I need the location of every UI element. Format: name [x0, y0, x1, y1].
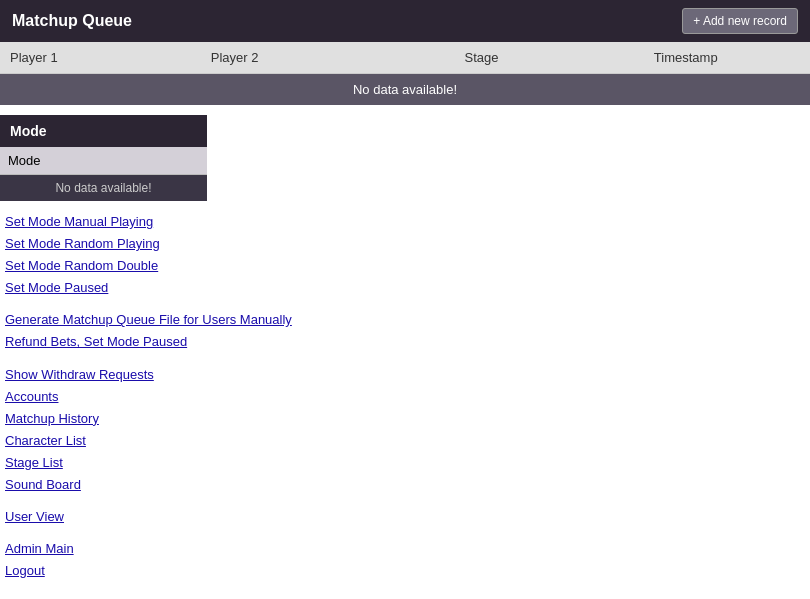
- view-links-group: User View: [5, 506, 805, 528]
- content-wrapper: Player 1 Player 2 Stage Timestamp No dat…: [0, 42, 810, 599]
- page-title: Matchup Queue: [12, 12, 132, 30]
- link-item[interactable]: Matchup History: [5, 408, 805, 430]
- link-item[interactable]: Refund Bets, Set Mode Paused: [5, 331, 805, 353]
- mode-table-header-row: Mode: [0, 147, 207, 175]
- link-item[interactable]: Set Mode Random Playing: [5, 233, 805, 255]
- link-item[interactable]: Generate Matchup Queue File for Users Ma…: [5, 309, 805, 331]
- col-player1: Player 1: [0, 42, 201, 74]
- link-item[interactable]: Set Mode Manual Playing: [5, 211, 805, 233]
- table-no-data-row: No data available!: [0, 74, 810, 106]
- col-timestamp: Timestamp: [561, 42, 810, 74]
- add-record-button[interactable]: + Add new record: [682, 8, 798, 34]
- page-header: Matchup Queue + Add new record: [0, 0, 810, 42]
- link-item[interactable]: Sound Board: [5, 474, 805, 496]
- mode-panel: Mode Mode No data available!: [0, 115, 207, 201]
- link-item[interactable]: Set Mode Paused: [5, 277, 805, 299]
- link-item[interactable]: Accounts: [5, 386, 805, 408]
- admin-links-group: Show Withdraw RequestsAccountsMatchup Hi…: [5, 364, 805, 497]
- col-stage: Stage: [401, 42, 561, 74]
- mode-col-header: Mode: [0, 147, 207, 175]
- generate-links-group: Generate Matchup Queue File for Users Ma…: [5, 309, 805, 353]
- auth-links-group: Admin MainLogout: [5, 538, 805, 582]
- links-section: Set Mode Manual PlayingSet Mode Random P…: [0, 201, 810, 599]
- no-data-cell: No data available!: [0, 74, 810, 106]
- link-item[interactable]: User View: [5, 506, 805, 528]
- mode-no-data-row: No data available!: [0, 175, 207, 202]
- matchup-table: Player 1 Player 2 Stage Timestamp No dat…: [0, 42, 810, 105]
- link-item[interactable]: Show Withdraw Requests: [5, 364, 805, 386]
- mode-no-data-cell: No data available!: [0, 175, 207, 202]
- table-header-row: Player 1 Player 2 Stage Timestamp: [0, 42, 810, 74]
- link-item[interactable]: Set Mode Random Double: [5, 255, 805, 277]
- mode-panel-title: Mode: [0, 115, 207, 147]
- col-player2: Player 2: [201, 42, 402, 74]
- mode-table: Mode No data available!: [0, 147, 207, 201]
- link-item[interactable]: Admin Main: [5, 538, 805, 560]
- link-item[interactable]: Stage List: [5, 452, 805, 474]
- link-item[interactable]: Character List: [5, 430, 805, 452]
- link-item[interactable]: Logout: [5, 560, 805, 582]
- mode-links-group: Set Mode Manual PlayingSet Mode Random P…: [5, 211, 805, 299]
